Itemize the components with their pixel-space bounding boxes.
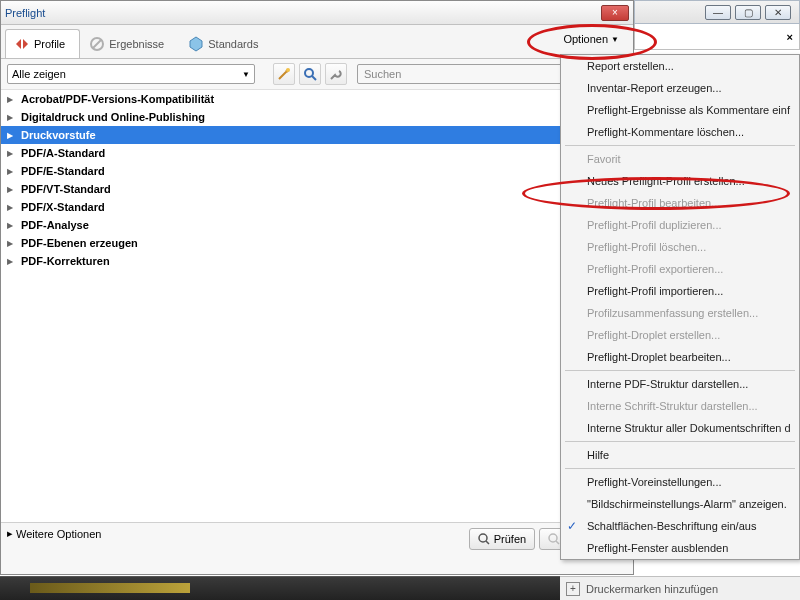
- menu-report[interactable]: Report erstellen...: [561, 55, 799, 77]
- preflight-window: Preflight × Profile Ergebnisse Standards…: [0, 0, 634, 575]
- profile-icon: [14, 36, 30, 52]
- tree-item-label: PDF-Korrekturen: [21, 255, 110, 267]
- menu-ergebnisse-kommentar[interactable]: Preflight-Ergebnisse als Kommentare einf: [561, 99, 799, 121]
- profile-tree[interactable]: ▶Acrobat/PDF-Versions-Kompatibilität▶Dig…: [1, 89, 633, 519]
- plus-icon[interactable]: +: [566, 582, 580, 596]
- background-window-controls: — ▢ ✕: [634, 0, 800, 24]
- tree-item[interactable]: ▶Digitaldruck und Online-Publishing: [1, 108, 633, 126]
- svg-point-3: [305, 69, 313, 77]
- status-bar: + Druckermarken hinzufügen: [0, 576, 800, 600]
- filter-label: Alle zeigen: [12, 68, 66, 80]
- optionen-label: Optionen: [563, 33, 608, 45]
- menu-separator: [565, 441, 795, 442]
- tree-item-label: Druckvorstufe: [21, 129, 96, 141]
- tool-wand-button[interactable]: [273, 63, 295, 85]
- tree-item[interactable]: ▶PDF/A-Standard: [1, 144, 633, 162]
- menu-schrift-struktur: Interne Schrift-Struktur darstellen...: [561, 395, 799, 417]
- titlebar: Preflight ×: [1, 1, 633, 25]
- status-progress: [0, 576, 560, 600]
- menu-kommentare-loeschen[interactable]: Preflight-Kommentare löschen...: [561, 121, 799, 143]
- svg-rect-0: [21, 37, 23, 51]
- tree-item-label: Acrobat/PDF-Versions-Kompatibilität: [21, 93, 214, 105]
- triangle-right-icon: ▶: [7, 95, 17, 104]
- menu-separator: [565, 145, 795, 146]
- triangle-right-icon: ▶: [7, 203, 17, 212]
- triangle-right-icon: ▶: [7, 239, 17, 248]
- check-button[interactable]: Prüfen: [469, 528, 535, 550]
- menu-separator: [565, 468, 795, 469]
- maximize-button[interactable]: ▢: [735, 5, 761, 20]
- triangle-right-icon: ▶: [7, 221, 17, 230]
- close-button[interactable]: ✕: [765, 5, 791, 20]
- status-text: Druckermarken hinzufügen: [586, 583, 718, 595]
- tree-item[interactable]: ▶PDF/VT-Standard: [1, 180, 633, 198]
- menu-pdf-struktur[interactable]: Interne PDF-Struktur darstellen...: [561, 373, 799, 395]
- check-icon: ✓: [567, 519, 577, 533]
- menu-alarm[interactable]: "Bildschirmeinstellungs-Alarm" anzeigen.: [561, 493, 799, 515]
- results-icon: [89, 36, 105, 52]
- filter-combo[interactable]: Alle zeigen ▼: [7, 64, 255, 84]
- triangle-right-icon: ▶: [7, 185, 17, 194]
- standards-icon: [188, 36, 204, 52]
- tab-ergebnisse[interactable]: Ergebnisse: [80, 29, 179, 58]
- more-options-label: Weitere Optionen: [16, 528, 101, 540]
- menu-favorit: Favorit: [561, 148, 799, 170]
- menu-droplet-bearbeiten[interactable]: Preflight-Droplet bearbeiten...: [561, 346, 799, 368]
- search-placeholder: Suchen: [364, 68, 401, 80]
- menu-voreinstellungen[interactable]: Preflight-Voreinstellungen...: [561, 471, 799, 493]
- tabs-row: Profile Ergebnisse Standards: [1, 25, 633, 59]
- tree-item[interactable]: ▶PDF-Analyse: [1, 216, 633, 234]
- minimize-button[interactable]: —: [705, 5, 731, 20]
- optionen-menu: Report erstellen... Inventar-Report erze…: [560, 54, 800, 560]
- triangle-right-icon: ▶: [7, 149, 17, 158]
- tab-standards[interactable]: Standards: [179, 29, 273, 58]
- tool-search-button[interactable]: [299, 63, 321, 85]
- tab-profile-label: Profile: [34, 38, 65, 50]
- tree-item[interactable]: ▶PDF-Korrekturen: [1, 252, 633, 270]
- triangle-right-icon: ▶: [7, 257, 17, 266]
- panel-close-icon[interactable]: ×: [787, 31, 793, 43]
- toolbar: Alle zeigen ▼ Suchen: [1, 59, 633, 89]
- close-button[interactable]: ×: [601, 5, 629, 21]
- menu-profil-loeschen: Preflight-Profil löschen...: [561, 236, 799, 258]
- tool-wrench-button[interactable]: [325, 63, 347, 85]
- chevron-down-icon: ▼: [611, 35, 619, 44]
- menu-inventar[interactable]: Inventar-Report erzeugen...: [561, 77, 799, 99]
- tree-item[interactable]: ▶PDF/E-Standard: [1, 162, 633, 180]
- tree-item[interactable]: ▶Druckvorstufe: [1, 126, 633, 144]
- menu-alle-schriften[interactable]: Interne Struktur aller Dokumentschriften…: [561, 417, 799, 439]
- tree-item-label: PDF/E-Standard: [21, 165, 105, 177]
- menu-zusammenfassung: Profilzusammenfassung erstellen...: [561, 302, 799, 324]
- right-toolbar: ×: [634, 24, 800, 50]
- optionen-button[interactable]: Optionen ▼: [557, 31, 625, 47]
- triangle-right-icon: ▸: [7, 527, 13, 540]
- menu-profil-importieren[interactable]: Preflight-Profil importieren...: [561, 280, 799, 302]
- tree-item-label: PDF-Ebenen erzeugen: [21, 237, 138, 249]
- menu-profil-exportieren: Preflight-Profil exportieren...: [561, 258, 799, 280]
- tab-profile[interactable]: Profile: [5, 29, 80, 58]
- status-right: + Druckermarken hinzufügen: [560, 576, 800, 600]
- tab-ergebnisse-label: Ergebnisse: [109, 38, 164, 50]
- menu-profil-bearbeiten: Preflight-Profil bearbeiten...: [561, 192, 799, 214]
- tree-item-label: PDF-Analyse: [21, 219, 89, 231]
- svg-point-4: [479, 534, 487, 542]
- menu-neues-profil[interactable]: Neues Preflight-Profil erstellen...: [561, 170, 799, 192]
- menu-hilfe[interactable]: Hilfe: [561, 444, 799, 466]
- tree-item-label: PDF/A-Standard: [21, 147, 105, 159]
- chevron-down-icon: ▼: [242, 70, 250, 79]
- tree-item[interactable]: ▶Acrobat/PDF-Versions-Kompatibilität: [1, 90, 633, 108]
- tree-item-label: PDF/VT-Standard: [21, 183, 111, 195]
- menu-separator: [565, 370, 795, 371]
- check-label: Prüfen: [494, 533, 526, 545]
- svg-point-2: [286, 68, 290, 72]
- menu-droplet-erstellen: Preflight-Droplet erstellen...: [561, 324, 799, 346]
- tree-item[interactable]: ▶PDF/X-Standard: [1, 198, 633, 216]
- tab-standards-label: Standards: [208, 38, 258, 50]
- tree-item-label: PDF/X-Standard: [21, 201, 105, 213]
- menu-beschriftung[interactable]: ✓Schaltflächen-Beschriftung ein/aus: [561, 515, 799, 537]
- triangle-right-icon: ▶: [7, 167, 17, 176]
- svg-point-5: [549, 534, 557, 542]
- menu-ausblenden[interactable]: Preflight-Fenster ausblenden: [561, 537, 799, 559]
- window-title: Preflight: [5, 7, 45, 19]
- tree-item[interactable]: ▶PDF-Ebenen erzeugen: [1, 234, 633, 252]
